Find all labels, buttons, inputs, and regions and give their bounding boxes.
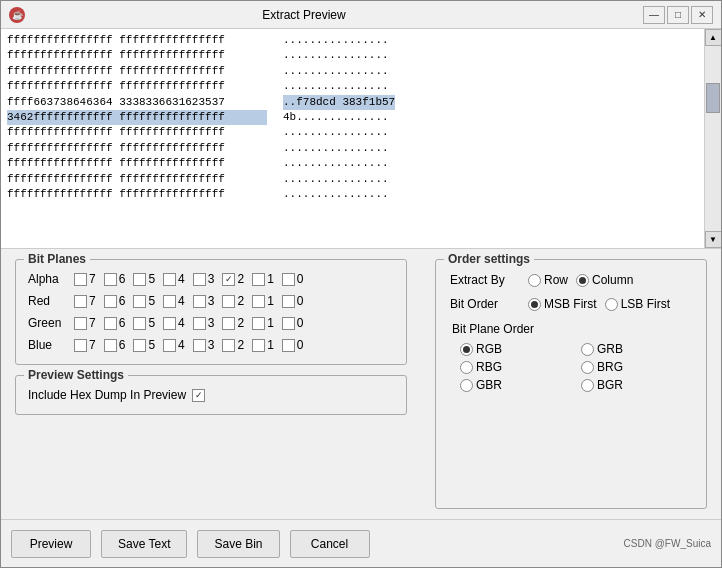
- lsb-radio-btn[interactable]: [605, 298, 618, 311]
- bpo-item-rbg[interactable]: RBG: [460, 360, 571, 374]
- bit-label-alpha-4: 4: [178, 272, 185, 286]
- save-text-button[interactable]: Save Text: [101, 530, 187, 558]
- bit-label-alpha-2: 2: [237, 272, 244, 286]
- save-bin-button[interactable]: Save Bin: [197, 530, 279, 558]
- bit-checkbox-alpha-7[interactable]: [74, 273, 87, 286]
- bit-checkbox-red-2[interactable]: [222, 295, 235, 308]
- bit-checkbox-green-0[interactable]: [282, 317, 295, 330]
- bit-label-green-0: 0: [297, 316, 304, 330]
- bit-checkbox-green-1[interactable]: [252, 317, 265, 330]
- bit-checkbox-red-5[interactable]: [133, 295, 146, 308]
- bpo-label-rgb: RGB: [476, 342, 502, 356]
- scroll-thumb[interactable]: [706, 83, 720, 113]
- bit-order-label: Bit Order: [450, 297, 520, 311]
- row-radio-btn[interactable]: [528, 274, 541, 287]
- bit-checkbox-alpha-1[interactable]: [252, 273, 265, 286]
- bpo-radio-gbr[interactable]: [460, 379, 473, 392]
- bpo-radio-bgr[interactable]: [581, 379, 594, 392]
- column-radio-item[interactable]: Column: [576, 273, 633, 287]
- bit-checkbox-green-5[interactable]: [133, 317, 146, 330]
- bit-checkbox-red-3[interactable]: [193, 295, 206, 308]
- bit-checkbox-red-7[interactable]: [74, 295, 87, 308]
- bpo-radio-brg[interactable]: [581, 361, 594, 374]
- bpo-item-brg[interactable]: BRG: [581, 360, 692, 374]
- bit-label-alpha-7: 7: [89, 272, 96, 286]
- bit-checkbox-red-6[interactable]: [104, 295, 117, 308]
- preview-button[interactable]: Preview: [11, 530, 91, 558]
- preview-settings-group: Preview Settings Include Hex Dump In Pre…: [15, 375, 407, 415]
- bit-label-blue-3: 3: [208, 338, 215, 352]
- preview-text[interactable]: ffffffffffffffff ffffffffffffffff.......…: [1, 29, 704, 248]
- bit-checkbox-green-4[interactable]: [163, 317, 176, 330]
- bit-checkbox-alpha-2[interactable]: [222, 273, 235, 286]
- bit-row-red: Red76543210: [28, 290, 394, 312]
- bit-checkbox-blue-4[interactable]: [163, 339, 176, 352]
- bit-label-blue-2: 2: [237, 338, 244, 352]
- bit-row-label-red: Red: [28, 294, 66, 308]
- bpo-radio-rbg[interactable]: [460, 361, 473, 374]
- cancel-button[interactable]: Cancel: [290, 530, 370, 558]
- msb-radio-item[interactable]: MSB First: [528, 297, 597, 311]
- minimize-button[interactable]: —: [643, 6, 665, 24]
- bit-checkbox-alpha-0[interactable]: [282, 273, 295, 286]
- bpo-item-grb[interactable]: GRB: [581, 342, 692, 356]
- bit-checkbox-blue-2[interactable]: [222, 339, 235, 352]
- bpo-label-gbr: GBR: [476, 378, 502, 392]
- column-radio-btn[interactable]: [576, 274, 589, 287]
- bit-checkbox-blue-7[interactable]: [74, 339, 87, 352]
- preview-settings-title: Preview Settings: [24, 368, 128, 382]
- maximize-button[interactable]: □: [667, 6, 689, 24]
- bit-label-green-7: 7: [89, 316, 96, 330]
- bit-checkbox-green-6[interactable]: [104, 317, 117, 330]
- bit-planes-panel: Bit Planes Alpha76543210Red76543210Green…: [1, 249, 421, 519]
- bit-checkbox-blue-0[interactable]: [282, 339, 295, 352]
- bit-checkbox-alpha-3[interactable]: [193, 273, 206, 286]
- bpo-item-bgr[interactable]: BGR: [581, 378, 692, 392]
- bit-checkbox-blue-5[interactable]: [133, 339, 146, 352]
- bit-checkbox-red-1[interactable]: [252, 295, 265, 308]
- bpo-item-gbr[interactable]: GBR: [460, 378, 571, 392]
- bpo-label-brg: BRG: [597, 360, 623, 374]
- msb-radio-btn[interactable]: [528, 298, 541, 311]
- bit-checkbox-green-7[interactable]: [74, 317, 87, 330]
- scrollbar[interactable]: ▲ ▼: [704, 29, 721, 248]
- bpo-radio-rgb[interactable]: [460, 343, 473, 356]
- bit-label-green-6: 6: [119, 316, 126, 330]
- bit-checkbox-blue-6[interactable]: [104, 339, 117, 352]
- scroll-track[interactable]: [705, 46, 721, 231]
- bit-label-red-2: 2: [237, 294, 244, 308]
- scroll-down-button[interactable]: ▼: [705, 231, 722, 248]
- bit-checkbox-blue-3[interactable]: [193, 339, 206, 352]
- preview-settings-row: Include Hex Dump In Preview: [28, 384, 394, 406]
- bit-label-red-5: 5: [148, 294, 155, 308]
- lsb-radio-item[interactable]: LSB First: [605, 297, 670, 311]
- scroll-up-button[interactable]: ▲: [705, 29, 722, 46]
- bit-label-red-3: 3: [208, 294, 215, 308]
- bit-checkbox-blue-1[interactable]: [252, 339, 265, 352]
- bit-checkbox-red-4[interactable]: [163, 295, 176, 308]
- bit-planes-group: Bit Planes Alpha76543210Red76543210Green…: [15, 259, 407, 365]
- row-radio-item[interactable]: Row: [528, 273, 568, 287]
- bpo-radio-grb[interactable]: [581, 343, 594, 356]
- bit-row-label-green: Green: [28, 316, 66, 330]
- bit-label-alpha-0: 0: [297, 272, 304, 286]
- watermark: CSDN @FW_Suica: [624, 538, 711, 549]
- title-bar: ☕ Extract Preview — □ ✕: [1, 1, 721, 29]
- bit-checkbox-red-0[interactable]: [282, 295, 295, 308]
- bit-checkbox-alpha-4[interactable]: [163, 273, 176, 286]
- bpo-label-rbg: RBG: [476, 360, 502, 374]
- hex-dump-checkbox[interactable]: [192, 389, 205, 402]
- close-button[interactable]: ✕: [691, 6, 713, 24]
- lsb-radio-label: LSB First: [621, 297, 670, 311]
- bpo-item-rgb[interactable]: RGB: [460, 342, 571, 356]
- bit-checkbox-alpha-6[interactable]: [104, 273, 117, 286]
- bit-checkbox-green-3[interactable]: [193, 317, 206, 330]
- bit-label-red-6: 6: [119, 294, 126, 308]
- column-radio-label: Column: [592, 273, 633, 287]
- bit-row-blue: Blue76543210: [28, 334, 394, 356]
- bit-checkbox-green-2[interactable]: [222, 317, 235, 330]
- bit-checkbox-alpha-5[interactable]: [133, 273, 146, 286]
- msb-radio-label: MSB First: [544, 297, 597, 311]
- bit-label-alpha-5: 5: [148, 272, 155, 286]
- bit-label-blue-0: 0: [297, 338, 304, 352]
